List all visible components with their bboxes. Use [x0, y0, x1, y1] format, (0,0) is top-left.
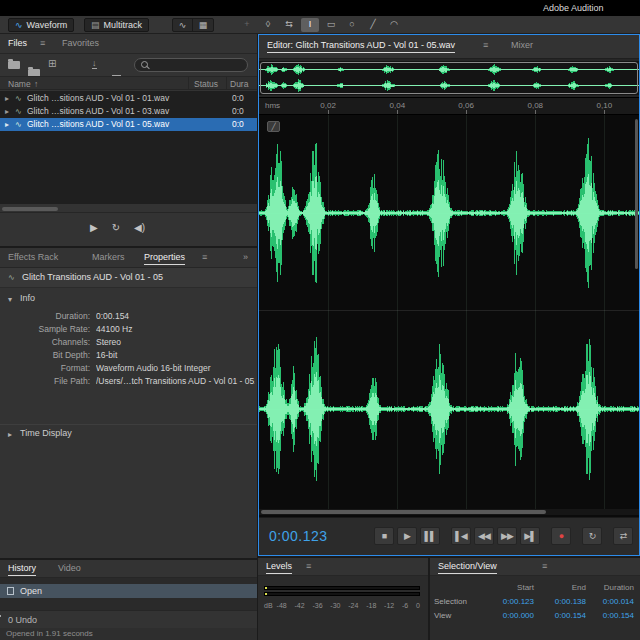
- files-play-button[interactable]: ▶: [90, 222, 98, 233]
- fast-forward-button[interactable]: ▶▶: [497, 527, 517, 545]
- tab-properties[interactable]: Properties: [144, 252, 185, 265]
- hud-volume-control[interactable]: ╱: [267, 121, 280, 132]
- waveform-overview[interactable]: [259, 61, 639, 95]
- history-item-open[interactable]: Open: [0, 584, 257, 598]
- tab-editor[interactable]: Editor: Glitch Transitions AUD - Vol 01 …: [267, 40, 455, 53]
- column-separator[interactable]: [188, 77, 189, 89]
- timeline-ruler[interactable]: hms 0,020,040,060,080,10: [259, 97, 639, 115]
- column-separator[interactable]: [226, 77, 227, 89]
- levels-scale-label: -18: [366, 602, 376, 609]
- tab-history[interactable]: History: [8, 563, 36, 576]
- history-trash-icon[interactable]: [0, 615, 1, 625]
- file-row[interactable]: ▸ ∿ Glitch …sitions AUD - Vol 01 - 01.wa…: [0, 92, 257, 105]
- column-start: Start: [482, 582, 534, 594]
- expand-chevron-icon[interactable]: ▸: [5, 105, 9, 118]
- multitrack-mode-button[interactable]: ▤ Multitrack: [84, 18, 149, 32]
- levels-scale-label: 0: [416, 602, 420, 609]
- slip-tool[interactable]: ⇆: [280, 18, 298, 32]
- files-search-input[interactable]: [154, 61, 234, 70]
- ruler-unit-label[interactable]: hms: [265, 101, 280, 110]
- spot-healing-brush-tool[interactable]: ◠: [385, 18, 403, 32]
- ruler-tick-label: 0,06: [458, 101, 474, 110]
- column-name[interactable]: Name: [8, 79, 31, 89]
- time-selection-tool[interactable]: I: [301, 18, 319, 32]
- files-horizontal-scrollbar[interactable]: [2, 207, 58, 211]
- view-end-value[interactable]: 0:00.154: [534, 610, 586, 622]
- skip-selection-button[interactable]: ⇄: [613, 527, 633, 545]
- ruler-tick-label: 0,04: [390, 101, 406, 110]
- undo-count-label: 0 Undo: [8, 615, 37, 625]
- tab-favorites[interactable]: Favorites: [62, 38, 99, 48]
- levels-panel-menu-icon[interactable]: ≡: [306, 561, 311, 571]
- waveform-channel-1[interactable]: [259, 117, 639, 309]
- tab-markers[interactable]: Markers: [92, 252, 125, 262]
- time-display-section-header[interactable]: Time Display: [20, 428, 72, 438]
- files-panel-menu-icon[interactable]: ≡: [40, 38, 45, 48]
- record-button[interactable]: ●: [551, 527, 571, 545]
- view-start-value[interactable]: 0:00.000: [482, 610, 534, 622]
- play-button[interactable]: ▶: [397, 527, 417, 545]
- property-label: Sample Rate:: [0, 323, 90, 336]
- file-row[interactable]: ▸ ∿ Glitch …sitions AUD - Vol 01 - 03.wa…: [0, 105, 257, 118]
- selection-end-value[interactable]: 0:00.138: [534, 596, 586, 608]
- editor-panel-menu-icon[interactable]: ≡: [483, 40, 488, 50]
- selection-view-menu-icon[interactable]: ≡: [542, 561, 547, 571]
- selection-duration-value[interactable]: 0:00.014: [586, 596, 634, 608]
- move-previous-button[interactable]: ▌◀: [451, 527, 471, 545]
- import-file-icon[interactable]: ↓: [92, 58, 97, 69]
- marquee-selection-tool[interactable]: ▭: [322, 18, 340, 32]
- playhead-time-display[interactable]: 0:00.123: [269, 528, 328, 544]
- section-divider: [0, 424, 257, 425]
- ruler-tick-mark: [604, 110, 605, 114]
- levels-scale-numbers: -48-42-36-30-24-18-12-60: [273, 602, 420, 609]
- tab-effects-rack[interactable]: Effects Rack: [8, 252, 58, 262]
- panel-overflow-icon[interactable]: »: [243, 252, 248, 262]
- properties-panel: Effects Rack Markers Properties ≡ » ∿ Gl…: [0, 248, 257, 558]
- show-waveform-button[interactable]: ∿: [173, 19, 193, 31]
- ruler-tick-label: 0,08: [527, 101, 543, 110]
- loop-playback-button[interactable]: ↻: [582, 527, 602, 545]
- wave-horizontal-scrollbar[interactable]: [259, 509, 639, 515]
- file-row-selected[interactable]: ▸ ∿ Glitch …sitions AUD - Vol 01 - 05.wa…: [0, 118, 257, 131]
- expand-chevron-icon[interactable]: ▸: [5, 118, 9, 131]
- files-loop-button[interactable]: ↻: [112, 222, 120, 233]
- wave-area[interactable]: ╱: [259, 115, 639, 517]
- properties-panel-menu-icon[interactable]: ≡: [202, 252, 207, 262]
- waveform-channel-2[interactable]: [259, 313, 639, 505]
- view-duration-value[interactable]: 0:00.154: [586, 610, 634, 622]
- new-content-icon[interactable]: ⊞: [48, 58, 56, 69]
- selection-start-value[interactable]: 0:00.123: [482, 596, 534, 608]
- paintbrush-selection-tool[interactable]: ╱: [364, 18, 382, 32]
- wave-scrollbar-thumb[interactable]: [261, 510, 546, 514]
- main-toolbar: ∿ Waveform ▤ Multitrack ∿▦ +◊⇆I▭○╱◠: [0, 16, 640, 34]
- files-tabbar: Files ≡ Favorites: [0, 34, 257, 54]
- wave-vertical-scrollbar[interactable]: [635, 119, 638, 269]
- info-section-header[interactable]: Info: [20, 293, 35, 303]
- move-tool[interactable]: +: [238, 18, 256, 32]
- tab-video[interactable]: Video: [58, 563, 81, 573]
- tab-files[interactable]: Files: [8, 38, 27, 48]
- collapse-chevron-icon[interactable]: ▾: [8, 295, 12, 304]
- file-duration: 0:0: [232, 92, 256, 105]
- open-file-icon[interactable]: [8, 61, 20, 69]
- column-duration[interactable]: Dura: [230, 79, 248, 89]
- tab-levels[interactable]: Levels: [266, 561, 292, 574]
- waveform-mode-button[interactable]: ∿ Waveform: [8, 18, 74, 32]
- razor-tool[interactable]: ◊: [259, 18, 277, 32]
- column-status[interactable]: Status: [194, 79, 218, 89]
- files-autoplay-button[interactable]: ◀): [134, 222, 145, 233]
- lasso-selection-tool[interactable]: ○: [343, 18, 361, 32]
- selection-view-header-row: Start End Duration: [434, 582, 636, 594]
- pause-button[interactable]: ▌▌: [420, 527, 440, 545]
- expand-chevron-icon[interactable]: ▸: [5, 92, 9, 105]
- show-spectral-button[interactable]: ▦: [193, 19, 213, 31]
- overview-zoom-window[interactable]: [260, 62, 638, 94]
- tab-selection-view[interactable]: Selection/View: [438, 561, 497, 574]
- history-undo-bar: 0 Undo: [0, 610, 257, 628]
- stop-button[interactable]: ■: [374, 527, 394, 545]
- sort-ascending-icon[interactable]: ↑: [34, 79, 38, 89]
- tab-mixer[interactable]: Mixer: [511, 40, 533, 50]
- rewind-button[interactable]: ◀◀: [474, 527, 494, 545]
- expand-chevron-icon[interactable]: ▸: [8, 430, 12, 439]
- move-next-button[interactable]: ▶▌: [520, 527, 540, 545]
